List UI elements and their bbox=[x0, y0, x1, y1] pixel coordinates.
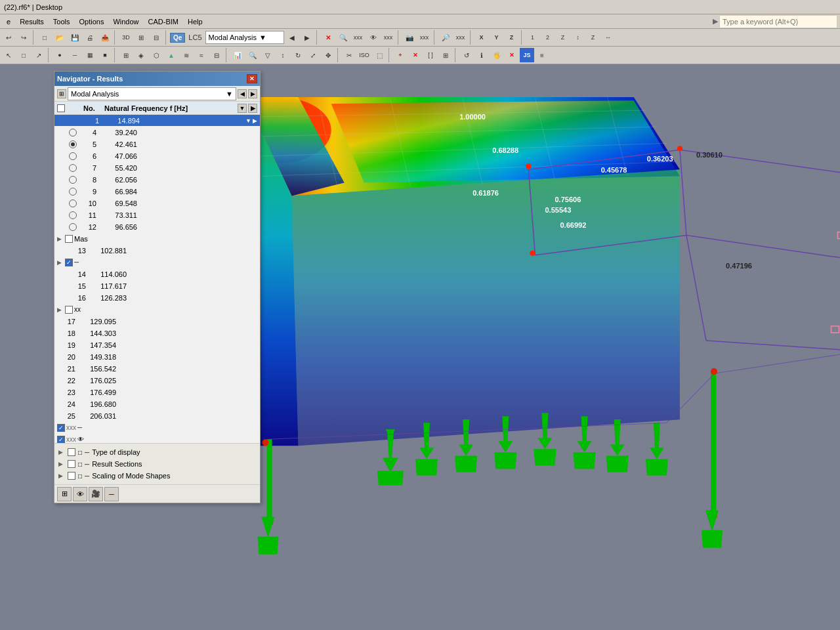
menu-options[interactable]: Options bbox=[75, 16, 108, 27]
tree-xx[interactable]: ▶ xx bbox=[54, 304, 260, 316]
tb2-js[interactable]: JS bbox=[520, 48, 534, 62]
freq-row-21[interactable]: 21156.542 bbox=[54, 363, 260, 375]
tb-z1[interactable]: Z bbox=[556, 30, 570, 45]
radio-5[interactable] bbox=[69, 140, 77, 148]
expand-result[interactable]: ▶ bbox=[58, 461, 65, 467]
tb2-move[interactable]: ✥ bbox=[321, 48, 335, 62]
freq-row-10[interactable]: 1069.548 bbox=[54, 198, 260, 209]
tb2-smooth[interactable]: ≈ bbox=[194, 48, 209, 62]
freq-row-5[interactable]: 542.461 bbox=[54, 138, 260, 150]
menu-help[interactable]: Help bbox=[184, 16, 207, 27]
tb2-wire[interactable]: ⬡ bbox=[149, 48, 163, 62]
expand-type[interactable]: ▶ bbox=[58, 449, 65, 455]
freq-row-11[interactable]: 1173.311 bbox=[54, 209, 260, 221]
freq-row-6[interactable]: 647.066 bbox=[54, 150, 260, 162]
tb-save[interactable]: 💾 bbox=[68, 30, 82, 45]
tb2-color[interactable]: ▲ bbox=[164, 48, 178, 62]
tb2-cut[interactable]: ✂ bbox=[342, 48, 356, 62]
menu-cadbim[interactable]: CAD-BIM bbox=[144, 16, 182, 27]
type-of-display-section[interactable]: ▶ □ ─ Type of display bbox=[57, 446, 257, 458]
nav-fwd-btn[interactable]: ▶ bbox=[248, 89, 257, 98]
tb-xyz-z[interactable]: Z bbox=[505, 30, 519, 45]
radio-12[interactable] bbox=[69, 223, 77, 231]
tb-new[interactable]: □ bbox=[37, 30, 52, 45]
freq-row-18[interactable]: 18144.303 bbox=[54, 327, 260, 339]
nav-btn-navigator[interactable]: ⊞ bbox=[57, 487, 72, 501]
tb2-line[interactable]: ─ bbox=[68, 48, 82, 62]
check-xxx1[interactable]: ✓ bbox=[57, 424, 65, 432]
freq-row-16[interactable]: 16126.283 bbox=[54, 292, 260, 304]
radio-6[interactable] bbox=[69, 152, 77, 160]
freq-row-15[interactable]: 15117.617 bbox=[54, 280, 260, 292]
tree-mas[interactable]: ▶ Mas bbox=[54, 233, 260, 245]
navigator-close-button[interactable]: ✕ bbox=[247, 74, 257, 83]
tb-xxx1[interactable]: xxx bbox=[351, 30, 366, 45]
radio-4[interactable] bbox=[69, 129, 77, 136]
tb-print[interactable]: 🖨 bbox=[83, 30, 97, 45]
tb2-contour[interactable]: ≋ bbox=[179, 48, 194, 62]
tb2-x2[interactable]: ✕ bbox=[505, 48, 519, 62]
check-xxx2[interactable]: ✓ bbox=[57, 436, 65, 444]
tb2-box[interactable]: □ bbox=[16, 48, 31, 62]
header-expand-btn[interactable]: ▶ bbox=[248, 104, 257, 113]
header-checkbox[interactable] bbox=[57, 104, 65, 112]
tb-2[interactable]: 2 bbox=[541, 30, 555, 45]
tb2-rot[interactable]: ↻ bbox=[291, 48, 305, 62]
search-input[interactable] bbox=[719, 15, 837, 28]
check-result[interactable] bbox=[68, 460, 75, 468]
tb2-grid2[interactable]: ⊞ bbox=[438, 48, 453, 62]
check-line[interactable]: ✓ bbox=[65, 259, 73, 266]
tb-3d[interactable]: 3D bbox=[119, 30, 133, 45]
modal-analysis-dropdown[interactable]: Modal Analysis ▼ bbox=[205, 31, 284, 44]
nav-back-btn[interactable]: ◀ bbox=[238, 89, 247, 98]
freq-row-19[interactable]: 19147.354 bbox=[54, 339, 260, 351]
expand-mas[interactable]: ▶ bbox=[57, 236, 64, 242]
freq-row-9[interactable]: 966.984 bbox=[54, 186, 260, 198]
tb-xyz-x[interactable]: X bbox=[474, 30, 489, 45]
tb-x-red[interactable]: ✕ bbox=[321, 30, 335, 45]
tb-open[interactable]: 📂 bbox=[52, 30, 67, 45]
tb2-more[interactable]: ≡ bbox=[535, 48, 549, 62]
tb2-hand[interactable]: 🖐 bbox=[490, 48, 504, 62]
tb2-plus[interactable]: + bbox=[393, 48, 408, 62]
tree-xxx2[interactable]: ✓ xxx 👁 bbox=[54, 434, 260, 443]
tb2-filter[interactable]: ▽ bbox=[261, 48, 275, 62]
nav-btn-eye[interactable]: 👁 bbox=[73, 487, 87, 501]
tb2-scale[interactable]: ⤢ bbox=[306, 48, 320, 62]
freq-1-arrow[interactable]: ▶ bbox=[253, 117, 257, 124]
tb-prev[interactable]: ◀ bbox=[285, 30, 299, 45]
expand-xx[interactable]: ▶ bbox=[57, 306, 64, 313]
radio-7[interactable] bbox=[69, 164, 77, 172]
tb2-refresh[interactable]: ↺ bbox=[459, 48, 474, 62]
tb-view1[interactable]: ⊞ bbox=[134, 30, 148, 45]
freq-row-4[interactable]: 439.240 bbox=[54, 127, 260, 138]
check-scaling[interactable] bbox=[68, 472, 75, 480]
tb2-render[interactable]: ◈ bbox=[134, 48, 148, 62]
tb2-surf[interactable]: ▦ bbox=[83, 48, 97, 62]
modal-analysis-nav-dropdown[interactable]: Modal Analysis ▼ bbox=[68, 87, 236, 100]
tb-arrow[interactable]: ↕ bbox=[571, 30, 585, 45]
freq-row-17[interactable]: 17129.095 bbox=[54, 316, 260, 327]
tb2-plane[interactable]: ⬚ bbox=[372, 48, 387, 62]
freq-row-22[interactable]: 22176.025 bbox=[54, 375, 260, 387]
freq-row-24[interactable]: 24196.680 bbox=[54, 398, 260, 410]
scaling-section[interactable]: ▶ □ ─ Scaling of Mode Shapes bbox=[57, 470, 257, 482]
nav-btn-camera[interactable]: 🎥 bbox=[89, 487, 103, 501]
menu-tools[interactable]: Tools bbox=[49, 16, 74, 27]
freq-row-12[interactable]: 1296.656 bbox=[54, 221, 260, 233]
freq-row-13[interactable]: 13102.881 bbox=[54, 245, 260, 257]
expand-line[interactable]: ▶ bbox=[57, 259, 64, 266]
tb2-iso[interactable]: ISO bbox=[357, 48, 371, 62]
tb2-x[interactable]: ✕ bbox=[408, 48, 423, 62]
radio-11[interactable] bbox=[69, 211, 77, 219]
freq-row-1[interactable]: 1 14.894 ▼ ▶ bbox=[54, 115, 260, 127]
freq-row-23[interactable]: 23176.499 bbox=[54, 387, 260, 398]
freq-row-25[interactable]: 25206.031 bbox=[54, 410, 260, 422]
tree-xxx1[interactable]: ✓ xxx ─ bbox=[54, 422, 260, 434]
freq-1-dropdown[interactable]: ▼ bbox=[245, 117, 251, 124]
nav-btn-minus[interactable]: ─ bbox=[104, 487, 119, 501]
tb-1[interactable]: 1 bbox=[526, 30, 540, 45]
freq-row-14[interactable]: 14114.060 bbox=[54, 268, 260, 280]
menu-results[interactable]: Results bbox=[16, 16, 48, 27]
tb2-lens[interactable]: 🔍 bbox=[245, 48, 260, 62]
